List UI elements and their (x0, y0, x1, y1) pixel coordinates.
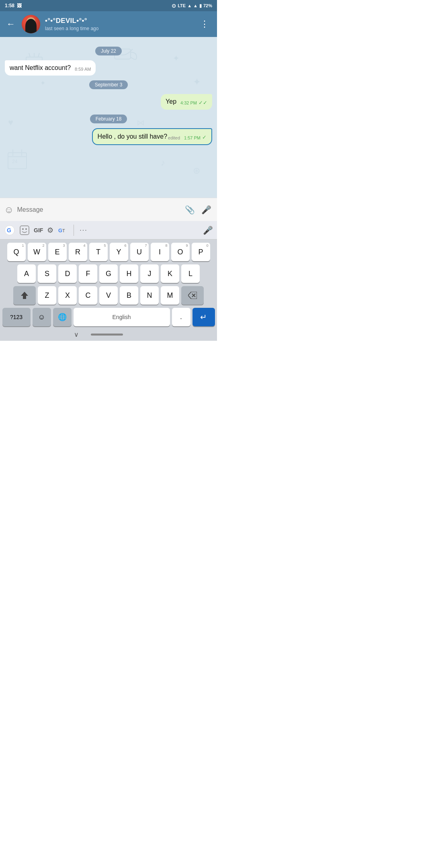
key-S[interactable]: S (38, 264, 56, 283)
keyboard-keys: 1Q 2W 3E 4R 5T 6Y 7U 8I 9O 0P A S D F G … (0, 240, 217, 328)
read-receipt: ✓ (202, 134, 207, 141)
keyboard-toolbar: G GIF ⚙ G T ··· 🎤 (0, 221, 217, 240)
svg-text:24: 24 (12, 159, 18, 164)
keyboard-row-1: 1Q 2W 3E 4R 5T 6Y 7U 8I 9O 0P (2, 243, 215, 261)
keyboard: G GIF ⚙ G T ··· 🎤 1Q 2W (0, 221, 217, 341)
status-left: 1:58 🖼 (5, 3, 22, 8)
key-M[interactable]: M (161, 286, 179, 305)
chat-header: ← •°•°DEVIL•°•° last seen a long time ag… (0, 11, 217, 37)
message-time: 8:59 AM (75, 66, 91, 72)
chevron-down-icon[interactable]: ∨ (74, 331, 79, 338)
key-Q[interactable]: 1Q (7, 243, 26, 261)
keyboard-row-4: ?123 ☺ 🌐 English . ↵ (2, 308, 215, 326)
message-row-incoming: want Netflix account? 8:59 AM (5, 60, 212, 76)
sticker-button[interactable] (19, 225, 30, 235)
message-input-bar: ☺ 📎 🎤 (0, 198, 217, 221)
emoji-button[interactable]: ☺ (4, 204, 14, 215)
hotspot-icon: ⊙ (172, 3, 176, 9)
key-O[interactable]: 9O (171, 243, 190, 261)
key-A[interactable]: A (17, 264, 36, 283)
battery-icon: ▮ (199, 3, 202, 8)
emoji-key[interactable]: ☺ (33, 308, 51, 326)
contact-info[interactable]: •°•°DEVIL•°•° last seen a long time ago (45, 17, 192, 31)
contact-name: •°•°DEVIL•°•° (45, 17, 192, 25)
mic-button[interactable]: 🎤 (200, 203, 213, 216)
message-text: Hello , do you still have? (98, 132, 167, 141)
enter-key[interactable]: ↵ (192, 308, 215, 326)
period-key[interactable]: . (172, 308, 190, 326)
battery-label: 72% (203, 3, 212, 8)
svg-text:G: G (58, 227, 62, 233)
svg-point-24 (22, 228, 24, 230)
google-button[interactable]: G (4, 225, 15, 236)
status-time: 1:58 (5, 3, 14, 8)
toolbar-separator (74, 225, 74, 236)
settings-button[interactable]: ⚙ (47, 226, 53, 235)
signal-icon: ▲ (187, 3, 192, 8)
key-N[interactable]: N (140, 286, 159, 305)
attach-button[interactable]: 📎 (183, 203, 197, 216)
space-key[interactable]: English (74, 308, 170, 326)
backspace-key[interactable] (181, 286, 204, 305)
date-chip-july22: July 22 (95, 47, 122, 55)
key-P[interactable]: 0P (192, 243, 210, 261)
message-bubble-incoming: want Netflix account? 8:59 AM (5, 60, 96, 76)
shift-key[interactable] (13, 286, 36, 305)
message-row-outgoing-yep: Yep 4:32 PM ✓✓ (5, 94, 212, 109)
key-W[interactable]: 2W (28, 243, 46, 261)
date-chip-sept3: September 3 (89, 80, 128, 89)
globe-key[interactable]: 🌐 (53, 308, 72, 326)
key-D[interactable]: D (58, 264, 77, 283)
message-text: Yep (166, 97, 176, 106)
key-G[interactable]: G (99, 264, 118, 283)
key-J[interactable]: J (140, 264, 159, 283)
back-button[interactable]: ← (5, 17, 17, 31)
key-K[interactable]: K (161, 264, 179, 283)
gif-button[interactable]: GIF (34, 227, 43, 233)
message-time: 1:57 PM (184, 135, 201, 141)
keyboard-row-2: A S D F G H J K L (2, 264, 215, 283)
key-H[interactable]: H (120, 264, 138, 283)
key-I[interactable]: 8I (151, 243, 169, 261)
svg-point-25 (25, 228, 27, 230)
message-bubble-yep: Yep 4:32 PM ✓✓ (161, 94, 212, 109)
chat-messages: July 22 want Netflix account? 8:59 AM Se… (0, 37, 217, 151)
svg-marker-28 (21, 292, 28, 299)
message-bubble-hello: Hello , do you still have? edited 1:57 P… (92, 128, 212, 145)
keyboard-bottom: ∨ (0, 328, 217, 341)
edited-label: edited (168, 135, 180, 141)
translate-button[interactable]: G T (57, 225, 68, 235)
avatar[interactable] (22, 15, 40, 33)
chat-area: ✦ ✦ ✦ ♥ ♥ 24 ♪ ⊛ ❄ ✦ ⋈ July 22 want Netf… (0, 37, 217, 198)
key-X[interactable]: X (58, 286, 77, 305)
keyboard-row-3: Z X C V B N M (2, 286, 215, 305)
more-options-button[interactable]: ··· (80, 227, 87, 234)
status-right: ⊙ LTE ▲ ▲ ▮ 72% (172, 3, 212, 9)
svg-text:♪: ♪ (161, 158, 165, 168)
keyboard-mic-button[interactable]: 🎤 (203, 225, 213, 235)
header-menu-button[interactable]: ⋮ (197, 17, 212, 31)
key-R[interactable]: 4R (69, 243, 87, 261)
key-E[interactable]: 3E (48, 243, 67, 261)
home-bar (91, 334, 123, 336)
lte-label: LTE (178, 3, 186, 8)
key-Z[interactable]: Z (38, 286, 56, 305)
date-chip-feb18: February 18 (90, 115, 127, 123)
message-row-outgoing-hello: Hello , do you still have? edited 1:57 P… (5, 128, 212, 145)
numbers-key[interactable]: ?123 (2, 308, 31, 326)
svg-rect-23 (20, 226, 29, 235)
message-time: 4:32 PM (180, 100, 197, 106)
svg-text:G: G (7, 227, 11, 233)
key-F[interactable]: F (79, 264, 97, 283)
key-L[interactable]: L (181, 264, 200, 283)
key-V[interactable]: V (99, 286, 118, 305)
signal-icon2: ▲ (193, 3, 198, 8)
read-receipt: ✓✓ (199, 99, 207, 106)
key-T[interactable]: 5T (89, 243, 108, 261)
key-U[interactable]: 7U (130, 243, 149, 261)
status-bar: 1:58 🖼 ⊙ LTE ▲ ▲ ▮ 72% (0, 0, 217, 11)
key-Y[interactable]: 6Y (110, 243, 128, 261)
key-C[interactable]: C (79, 286, 97, 305)
key-B[interactable]: B (120, 286, 138, 305)
message-input[interactable] (17, 202, 180, 217)
